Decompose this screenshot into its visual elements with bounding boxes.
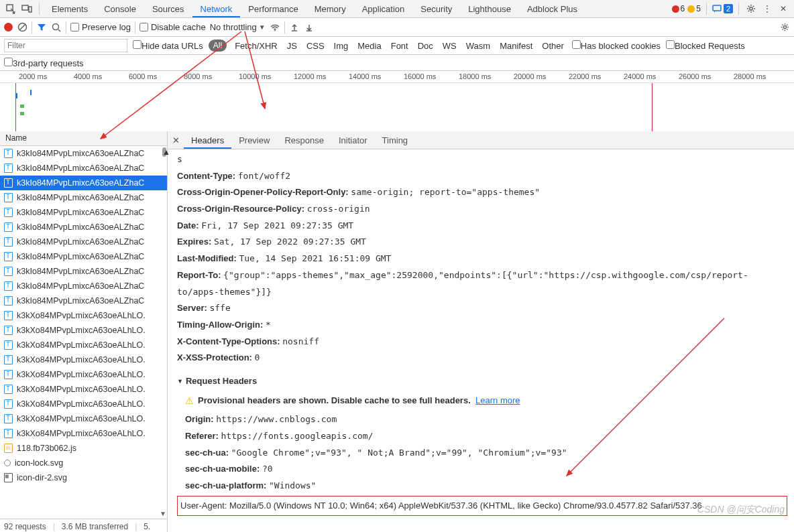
tab-performance[interactable]: Performance (240, 1, 306, 17)
request-row[interactable]: k3kXo84MPvpLmixcA63oeALhLO. (0, 426, 167, 441)
status-transferred: 3.6 MB transferred (62, 522, 128, 531)
search-icon[interactable] (51, 22, 62, 33)
error-count[interactable]: 6 (672, 4, 685, 13)
filter-type-other[interactable]: Other (539, 40, 567, 52)
request-name: icon-lock.svg (15, 458, 63, 468)
file-type-icon (4, 355, 13, 364)
svg-point-9 (274, 29, 276, 31)
devtools-top-bar: ElementsConsoleSourcesNetworkPerformance… (0, 0, 794, 18)
request-name: icon-dir-2.svg (17, 473, 67, 482)
detail-tab-headers[interactable]: Headers (184, 132, 231, 149)
request-row[interactable]: k3kIo84MPvpLmixcA63oeALZhaC (0, 279, 167, 293)
tab-security[interactable]: Security (412, 1, 460, 17)
detail-panel: ✕ HeadersPreviewResponseInitiatorTiming … (168, 131, 794, 532)
request-row[interactable]: k3kXo84MPvpLmixcA63oeALhLO. (0, 411, 167, 426)
wifi-icon[interactable] (270, 22, 280, 33)
messages-count[interactable]: 2 (712, 4, 733, 13)
download-icon[interactable] (304, 22, 315, 33)
request-row[interactable]: k3kIo84MPvpLmixcA63oeALZhaC (0, 205, 167, 220)
request-row[interactable]: k3kXo84MPvpLmixcA63oeALhLO. (0, 382, 167, 397)
filter-type-img[interactable]: Img (331, 40, 351, 52)
request-row[interactable]: k3kXo84MPvpLmixcA63oeALhLO. (0, 397, 167, 411)
preserve-log-checkbox[interactable]: Preserve log (70, 22, 131, 32)
filter-type-manifest[interactable]: Manifest (497, 40, 535, 52)
request-row[interactable]: k3kIo84MPvpLmixcA63oeALZhaC (0, 249, 167, 264)
network-toolbar: Preserve log Disable cache No throttling… (0, 18, 794, 37)
disable-cache-checkbox[interactable]: Disable cache (139, 22, 206, 32)
request-row[interactable]: 118.fb73b062.js (0, 441, 167, 456)
file-type-icon (4, 149, 13, 158)
request-name: k3kXo84MPvpLmixcA63oeALhLO. (17, 429, 146, 438)
device-toggle-icon[interactable] (19, 1, 35, 17)
timeline-overview[interactable]: 2000 ms4000 ms6000 ms8000 ms10000 ms1200… (0, 71, 794, 131)
record-button[interactable] (4, 23, 13, 31)
tab-memory[interactable]: Memory (306, 1, 354, 17)
tab-console[interactable]: Console (96, 1, 144, 17)
filter-type-fetch-xhr[interactable]: Fetch/XHR (232, 40, 280, 52)
scroll-down-arrow[interactable]: ▼ (160, 510, 166, 517)
blocked-requests-checkbox[interactable]: Blocked Requests (666, 40, 745, 51)
scrollbar-thumb[interactable]: ▲ (162, 147, 166, 157)
file-type-icon (4, 444, 13, 453)
detail-tab-preview[interactable]: Preview (231, 132, 277, 149)
request-row[interactable]: k3kXo84MPvpLmixcA63oeALhLO. (0, 338, 167, 352)
hide-data-urls-checkbox[interactable]: Hide data URLs (133, 40, 203, 51)
column-header-name[interactable]: Name (0, 131, 167, 146)
request-row[interactable]: k3kIo84MPvpLmixcA63oeALZhaC (0, 176, 167, 190)
tab-application[interactable]: Application (354, 1, 413, 17)
filter-all-pill[interactable]: All (209, 40, 227, 52)
request-headers-section[interactable]: Request Headers (177, 373, 787, 390)
request-row[interactable]: k3kXo84MPvpLmixcA63oeALhLO. (0, 323, 167, 338)
filter-icon[interactable] (36, 22, 47, 33)
request-row[interactable]: k3kIo84MPvpLmixcA63oeALZhaC (0, 293, 167, 308)
svg-point-4 (750, 7, 752, 10)
gear-icon[interactable] (743, 1, 759, 17)
detail-tab-timing[interactable]: Timing (375, 132, 416, 149)
upload-icon[interactable] (289, 22, 300, 33)
request-name: k3kIo84MPvpLmixcA63oeALZhaC (17, 163, 144, 173)
filter-input[interactable] (4, 39, 127, 52)
request-row[interactable]: k3kIo84MPvpLmixcA63oeALZhaC (0, 190, 167, 205)
close-detail-icon[interactable]: ✕ (168, 135, 184, 145)
filter-type-css[interactable]: CSS (304, 40, 327, 52)
gear-icon[interactable] (779, 22, 790, 33)
filter-type-wasm[interactable]: Wasm (463, 40, 493, 52)
file-type-icon (4, 267, 13, 276)
filter-type-js[interactable]: JS (284, 40, 300, 52)
request-row[interactable]: k3kIo84MPvpLmixcA63oeALZhaC (0, 220, 167, 235)
filter-type-doc[interactable]: Doc (415, 40, 436, 52)
response-header-item: Timing-Allow-Origin: * (177, 317, 787, 334)
tab-sources[interactable]: Sources (144, 1, 192, 17)
has-blocked-cookies-checkbox[interactable]: Has blocked cookies (572, 40, 661, 51)
request-row[interactable]: k3kIo84MPvpLmixcA63oeALZhaC (0, 235, 167, 249)
request-row[interactable]: k3kIo84MPvpLmixcA63oeALZhaC (0, 264, 167, 279)
throttling-dropdown[interactable]: No throttling▼ (210, 22, 266, 32)
clear-icon[interactable] (17, 22, 27, 33)
request-row[interactable]: k3kIo84MPvpLmixcA63oeALZhaC (0, 161, 167, 176)
filter-type-font[interactable]: Font (388, 40, 411, 52)
request-row[interactable]: k3kXo84MPvpLmixcA63oeALhLO. (0, 367, 167, 382)
kebab-menu-icon[interactable]: ⋮ (759, 1, 775, 17)
third-party-checkbox[interactable]: 3rd-party requests (4, 58, 84, 68)
detail-tab-initiator[interactable]: Initiator (331, 132, 375, 149)
filter-type-media[interactable]: Media (355, 40, 384, 52)
tab-lighthouse[interactable]: Lighthouse (460, 1, 519, 17)
request-row[interactable]: icon-dir-2.svg (0, 470, 167, 485)
detail-tab-response[interactable]: Response (277, 132, 331, 149)
close-devtools-icon[interactable]: ✕ (775, 1, 791, 17)
request-row[interactable]: icon-lock.svg (0, 456, 167, 470)
request-row[interactable]: k3kXo84MPvpLmixcA63oeALhLO. (0, 308, 167, 323)
request-row[interactable]: k3kXo84MPvpLmixcA63oeALhLO. (0, 352, 167, 367)
tab-network[interactable]: Network (192, 1, 241, 17)
main-split: Name k3kIo84MPvpLmixcA63oeALZhaCk3kIo84M… (0, 131, 794, 532)
warning-count[interactable]: 5 (687, 4, 701, 13)
filter-type-ws[interactable]: WS (440, 40, 459, 52)
request-header-item: sec-ch-ua-mobile: ?0 (185, 461, 787, 478)
request-row[interactable]: k3kIo84MPvpLmixcA63oeALZhaC (0, 146, 167, 161)
tab-elements[interactable]: Elements (44, 1, 96, 17)
inspect-icon[interactable] (3, 1, 19, 17)
learn-more-link[interactable]: Learn more (475, 395, 520, 405)
timeline-tick: 2000 ms (19, 72, 47, 80)
tab-adblock-plus[interactable]: Adblock Plus (519, 1, 585, 17)
scrollbar-track[interactable] (160, 146, 167, 519)
